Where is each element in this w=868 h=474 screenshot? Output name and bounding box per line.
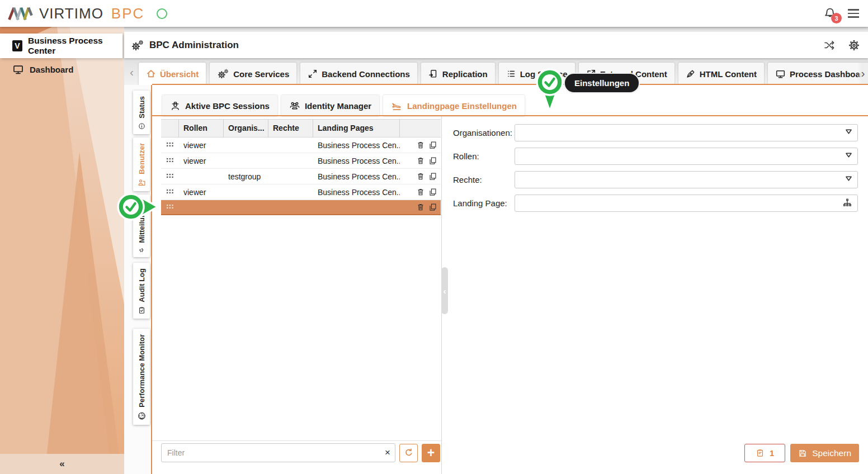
col-landing-pages[interactable]: Landing Pages bbox=[313, 120, 400, 137]
clipboard-check-icon bbox=[137, 306, 147, 314]
refresh-button[interactable] bbox=[399, 444, 418, 462]
subtab-aktive-bpc-sessions[interactable]: Aktive BPC Sessions bbox=[162, 95, 277, 116]
drag-handle-icon[interactable] bbox=[167, 189, 174, 195]
vtab-status[interactable]: Status bbox=[133, 91, 150, 134]
cell-landing-pages: Business Process Cen... bbox=[313, 157, 400, 165]
tab-uebersicht[interactable]: Übersicht bbox=[139, 63, 206, 85]
menu-button[interactable] bbox=[848, 9, 859, 18]
session-user-icon bbox=[170, 101, 181, 111]
tab-replication[interactable]: Replication bbox=[421, 63, 495, 85]
table-row[interactable]: viewer Business Process Cen... bbox=[161, 184, 441, 200]
chevron-down-icon[interactable] bbox=[845, 176, 852, 182]
module-header: BPC Administration bbox=[124, 32, 868, 58]
table-row-selected[interactable] bbox=[161, 200, 441, 215]
tab-backend-connections[interactable]: Backend Connections bbox=[300, 63, 417, 85]
virtimo-logo: VIRTIMO BPC bbox=[0, 5, 167, 22]
rollen-combobox[interactable] bbox=[515, 148, 858, 165]
dashboard-label: Dashboard bbox=[30, 65, 73, 74]
tab-core-services[interactable]: Core Services bbox=[210, 63, 296, 85]
drag-handle-icon[interactable] bbox=[167, 143, 174, 148]
tour-pin-marker[interactable] bbox=[530, 59, 570, 115]
delete-icon[interactable] bbox=[416, 202, 425, 212]
main-area: BPC Administration ‹ Übersicht bbox=[124, 27, 868, 474]
rechte-combobox[interactable] bbox=[515, 171, 858, 188]
list-icon bbox=[506, 69, 516, 79]
monitor-icon bbox=[775, 69, 786, 79]
table-row[interactable]: viewer Business Process Cen... bbox=[161, 153, 441, 169]
cell-rollen: viewer bbox=[179, 157, 224, 165]
plane-landing-icon bbox=[391, 101, 403, 111]
gears-icon bbox=[217, 68, 229, 79]
chevron-down-icon[interactable] bbox=[845, 129, 852, 135]
org-tree-icon[interactable] bbox=[842, 198, 852, 208]
add-row-button[interactable]: + bbox=[422, 444, 440, 462]
notifications-button[interactable]: 3 bbox=[823, 7, 837, 20]
landing-page-picker[interactable] bbox=[515, 195, 858, 212]
splitter-collapse-handle[interactable]: ‹ bbox=[441, 267, 448, 314]
clear-filter-icon[interactable]: × bbox=[385, 447, 390, 458]
top-bar: VIRTIMO BPC 3 bbox=[0, 0, 868, 27]
gear-icon[interactable] bbox=[848, 39, 860, 51]
rollen-input[interactable] bbox=[515, 148, 857, 164]
drag-handle-icon[interactable] bbox=[167, 158, 174, 163]
virtimo-logo-icon bbox=[8, 6, 34, 21]
pending-changes-button[interactable]: 1 bbox=[744, 444, 785, 462]
vtab-benutzer[interactable]: Benutzer bbox=[133, 138, 150, 191]
save-button[interactable]: Speichern bbox=[790, 444, 859, 462]
app-window: { "topbar": { "logo_text": "VIRTIMO", "l… bbox=[0, 0, 868, 474]
sub-tab-bar: Aktive BPC Sessions Identity Manager bbox=[152, 85, 868, 116]
tour-arrow-marker[interactable] bbox=[114, 191, 161, 223]
copy-icon[interactable] bbox=[428, 202, 437, 212]
landing-page-input[interactable] bbox=[515, 195, 857, 211]
refresh-icon bbox=[404, 448, 414, 458]
field-label: Rollen: bbox=[453, 151, 515, 161]
organisationen-input[interactable] bbox=[515, 125, 857, 141]
tab-html-content[interactable]: HTML Content bbox=[678, 63, 764, 85]
shuffle-icon[interactable] bbox=[823, 40, 836, 51]
col-rechte[interactable]: Rechte bbox=[268, 120, 313, 137]
save-icon bbox=[798, 449, 807, 458]
table-row[interactable]: viewer Business Process Cen... bbox=[161, 138, 441, 153]
diagonal-arrows-icon bbox=[308, 69, 318, 79]
info-icon bbox=[137, 122, 147, 130]
copy-icon[interactable] bbox=[428, 140, 437, 150]
table-row[interactable]: testgroup Business Process Cen... bbox=[161, 169, 441, 184]
tabs-scroll-right[interactable]: › bbox=[858, 63, 868, 84]
col-drag bbox=[161, 120, 179, 137]
sidebar-collapse-button[interactable]: « bbox=[0, 454, 124, 474]
copy-icon[interactable] bbox=[428, 172, 437, 181]
rechte-input[interactable] bbox=[515, 172, 857, 188]
sidebar-item-business-process-center[interactable]: V Business Process Center bbox=[0, 34, 122, 58]
delete-icon[interactable] bbox=[416, 140, 425, 150]
col-organisation[interactable]: Organis... bbox=[224, 120, 268, 137]
copy-icon[interactable] bbox=[428, 156, 437, 165]
status-dot bbox=[157, 8, 167, 19]
vertical-tab-strip: Status Benutzer Mitteilungen bbox=[124, 85, 152, 474]
tab-process-dashboard[interactable]: Process Dashboard bbox=[768, 63, 868, 85]
sidebar-item-dashboard[interactable]: Dashboard bbox=[12, 64, 73, 75]
organisationen-combobox[interactable] bbox=[515, 124, 858, 141]
tabs-scroll-left[interactable]: ‹ bbox=[130, 66, 134, 78]
drag-handle-icon[interactable] bbox=[167, 174, 174, 179]
form-footer: 1 Speichern bbox=[744, 444, 859, 462]
megaphone-icon bbox=[137, 247, 147, 253]
delete-icon[interactable] bbox=[416, 172, 425, 181]
filter-input[interactable] bbox=[161, 443, 395, 462]
vtab-performance-monitor[interactable]: Performance Monitor bbox=[133, 329, 150, 425]
virtimo-mark-icon: V bbox=[12, 40, 22, 51]
subtab-landingpage-einstellungen[interactable]: Landingpage Einstellungen bbox=[383, 95, 525, 116]
delete-icon[interactable] bbox=[416, 187, 425, 197]
col-rollen[interactable]: Rollen bbox=[179, 120, 224, 137]
vtab-audit-log[interactable]: Audit Log bbox=[133, 263, 150, 319]
cell-rollen: viewer bbox=[179, 141, 224, 150]
delete-icon[interactable] bbox=[416, 156, 425, 165]
logo-text: VIRTIMO bbox=[39, 5, 103, 22]
drag-handle-icon[interactable] bbox=[167, 205, 174, 210]
monitor-icon bbox=[12, 64, 24, 75]
copy-icon[interactable] bbox=[428, 187, 437, 197]
tab-content: Status Benutzer Mitteilungen bbox=[124, 85, 868, 474]
subtab-identity-manager[interactable]: Identity Manager bbox=[281, 95, 379, 116]
notification-badge: 3 bbox=[831, 13, 842, 23]
replication-icon bbox=[428, 69, 438, 79]
chevron-down-icon[interactable] bbox=[845, 152, 852, 158]
